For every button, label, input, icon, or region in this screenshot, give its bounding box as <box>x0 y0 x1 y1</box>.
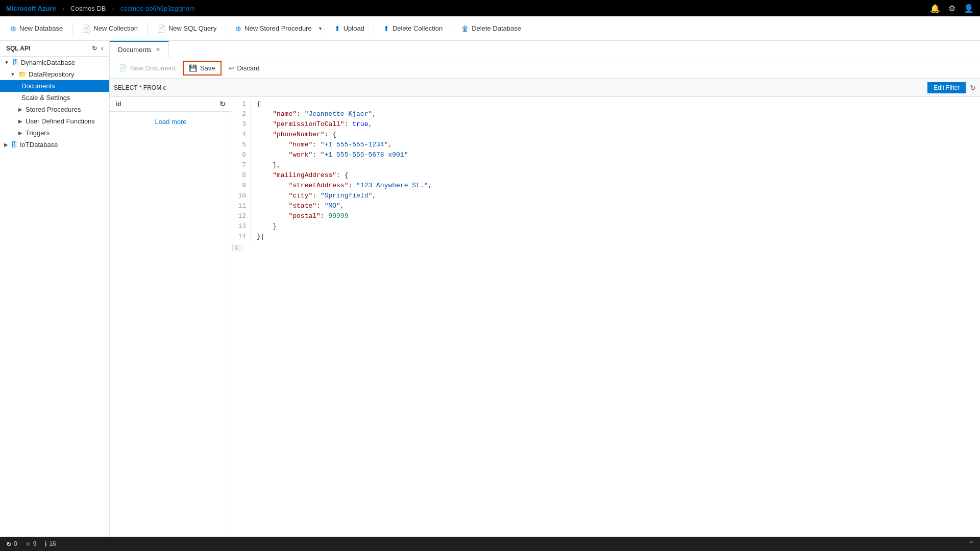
new-document-button[interactable]: 📄 New Document <box>114 62 181 74</box>
code-line-10: "city": "Springfield", <box>257 191 974 201</box>
sidebar-header: SQL API ↻ ‹ <box>0 41 109 57</box>
notification-icon[interactable]: 🔔 <box>930 4 940 13</box>
line-numbers: 1 2 3 4 5 6 7 8 9 10 11 12 13 14 <box>232 99 251 242</box>
divider-3 <box>226 22 226 35</box>
discard-label: Discard <box>237 64 260 72</box>
status-info[interactable]: ℹ 16 <box>44 540 56 548</box>
status-chevron-up[interactable]: ⌃ <box>969 540 974 547</box>
sidebar-title: SQL API <box>6 45 30 52</box>
sidebar-item-label: Stored Procedures <box>26 106 81 113</box>
triggers-arrow: ▶ <box>18 130 22 136</box>
stored-proc-dropdown-arrow[interactable]: ▾ <box>319 26 322 31</box>
new-collection-button[interactable]: 📄 New Collection <box>76 19 144 38</box>
save-icon: 💾 <box>189 64 197 72</box>
code-line-1: { <box>257 99 974 109</box>
azure-logo: Microsoft Azure <box>6 5 56 12</box>
sidebar-item-scale-settings[interactable]: Scale & Settings <box>0 92 109 104</box>
sidebar-item-triggers[interactable]: ▶ Triggers <box>0 127 109 139</box>
upload-label: Upload <box>344 24 364 32</box>
new-sql-query-button[interactable]: 📄 New SQL Query <box>151 19 223 38</box>
sidebar: SQL API ↻ ‹ ▼ 🗄 DynamicDatabase ▼ 📁 Data… <box>0 41 110 537</box>
titlebar-icons: 🔔 ⚙ 👤 <box>930 4 974 13</box>
expand-arrow-iot-db: ▶ <box>4 142 8 147</box>
edit-filter-label: Edit Filter <box>934 84 960 91</box>
list-refresh-icon[interactable]: ↻ <box>219 100 226 108</box>
list-header: id ↻ <box>110 97 232 112</box>
sidebar-item-label: DataRepository <box>29 70 75 78</box>
status-refresh-icon: ↻ <box>6 540 12 548</box>
new-database-button[interactable]: ⊕ New Database <box>4 19 69 38</box>
edit-filter-button[interactable]: Edit Filter <box>927 82 966 93</box>
code-line-8: "mailingAddress": { <box>257 170 974 181</box>
sidebar-item-documents[interactable]: Documents <box>0 80 109 92</box>
divider-1 <box>72 22 72 35</box>
minimap: ≡ <box>232 244 242 252</box>
status-refresh-count: 0 <box>14 540 17 547</box>
divider-4 <box>325 22 325 35</box>
sidebar-item-data-repository[interactable]: ▼ 📁 DataRepository <box>0 68 109 80</box>
new-stored-proc-icon: ⊕ <box>235 24 241 33</box>
code-line-7: }, <box>257 160 974 170</box>
tab-documents[interactable]: Documents ✕ <box>110 41 169 58</box>
filter-query-input[interactable] <box>114 84 923 91</box>
save-label: Save <box>200 64 215 72</box>
load-more-button[interactable]: Load more <box>110 112 232 132</box>
code-lines[interactable]: { "name": "Jeannette Kjaer", "permission… <box>251 99 980 242</box>
delete-database-icon: 🗑 <box>461 24 469 33</box>
code-line-3: "permissionToCall": true, <box>257 119 974 130</box>
sidebar-item-label: Documents <box>21 82 55 90</box>
titlebar: Microsoft Azure › Cosmos DB › cosmos-pb6… <box>0 0 980 16</box>
save-button[interactable]: 💾 Save <box>183 61 222 76</box>
delete-collection-button[interactable]: ⬆ Delete Collection <box>377 19 449 38</box>
divider-2 <box>147 22 148 35</box>
collapse-icon[interactable]: ‹ <box>101 45 103 52</box>
delete-database-button[interactable]: 🗑 Delete Database <box>455 19 527 38</box>
code-line-12: "postal": 99999 <box>257 211 974 221</box>
document-toolbar: 📄 New Document 💾 Save ↩ Discard <box>110 58 980 79</box>
status-info-count: 16 <box>49 540 56 547</box>
discard-button[interactable]: ↩ Discard <box>224 62 265 74</box>
code-line-9: "streetAddress": "123 Anywhere St.", <box>257 181 974 191</box>
sidebar-item-iot-database[interactable]: ▶ 🗄 IoTDatabase <box>0 139 109 151</box>
sidebar-item-user-defined-functions[interactable]: ▶ User Defined Functions <box>0 115 109 127</box>
tab-close-icon[interactable]: ✕ <box>156 46 160 53</box>
upload-button[interactable]: ⬆ Upload <box>328 19 371 38</box>
sidebar-item-label: IoTDatabase <box>20 141 58 148</box>
sidebar-item-label: Scale & Settings <box>21 94 70 102</box>
new-stored-procedure-button[interactable]: ⊕ New Stored Procedure <box>229 19 318 38</box>
refresh-icon[interactable]: ↻ <box>92 45 97 52</box>
upload-icon: ⬆ <box>334 24 340 33</box>
filter-bar: Edit Filter ↻ <box>110 79 980 97</box>
settings-icon[interactable]: ⚙ <box>948 4 955 13</box>
id-column-header: id <box>116 101 121 108</box>
code-line-14: }| <box>257 232 974 242</box>
new-database-icon: ⊕ <box>10 24 16 33</box>
app-name: Cosmos DB <box>70 5 106 12</box>
status-info-icon: ℹ <box>44 540 47 548</box>
expand-arrow-dynamic-db: ▼ <box>4 60 9 65</box>
delete-collection-icon: ⬆ <box>383 24 389 33</box>
delete-collection-label: Delete Collection <box>393 24 443 32</box>
stored-proc-arrow: ▶ <box>18 107 22 112</box>
divider-5 <box>374 22 374 35</box>
new-sql-query-label: New SQL Query <box>168 24 216 32</box>
filter-refresh-icon[interactable]: ↻ <box>970 84 976 92</box>
code-line-5: "home": "+1 555-555-1234", <box>257 140 974 150</box>
status-error[interactable]: ✕ 9 <box>26 540 37 548</box>
account-icon[interactable]: 👤 <box>964 4 974 13</box>
sidebar-item-stored-procedures[interactable]: ▶ Stored Procedures <box>0 104 109 115</box>
tab-bar: Documents ✕ <box>110 41 980 58</box>
new-doc-icon: 📄 <box>119 64 127 72</box>
code-line-11: "state": "MO", <box>257 201 974 211</box>
database-icon: 🗄 <box>12 59 19 66</box>
status-refresh[interactable]: ↻ 0 <box>6 540 17 548</box>
udf-arrow: ▶ <box>18 118 22 124</box>
new-document-label: New Document <box>130 64 176 72</box>
minimap-icon[interactable]: ≡ <box>233 242 240 254</box>
new-collection-icon: 📄 <box>82 24 90 33</box>
code-editor: 1 2 3 4 5 6 7 8 9 10 11 12 13 14 <box>232 97 980 244</box>
split-view: id ↻ Load more 1 2 3 4 5 6 7 8 <box>110 97 980 537</box>
sidebar-item-dynamic-database[interactable]: ▼ 🗄 DynamicDatabase <box>0 57 109 68</box>
new-collection-label: New Collection <box>93 24 138 32</box>
iot-database-icon: 🗄 <box>11 141 18 148</box>
